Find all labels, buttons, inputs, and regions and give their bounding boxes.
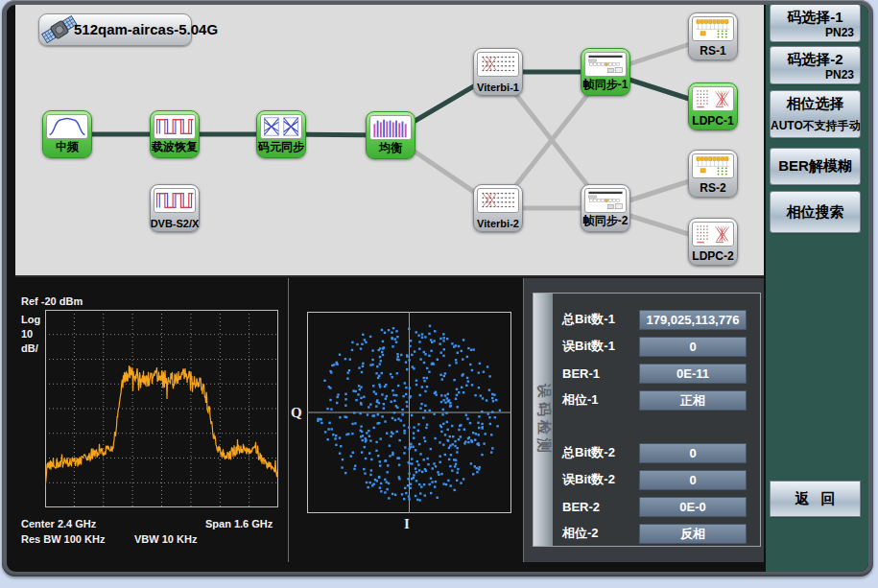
ber-row-8: 相位-2反相 <box>562 523 747 544</box>
ber-row-value: 0 <box>639 470 747 490</box>
bandpass-icon <box>46 114 88 139</box>
ber-row-5: 总Bit数-20 <box>562 442 747 463</box>
vbw-label: VBW 10 KHz <box>134 533 197 545</box>
satellite-icon <box>41 12 78 48</box>
node-viterbi-2[interactable]: Viterbi-2 <box>473 184 523 232</box>
ber-row-value: 0 <box>639 337 747 357</box>
span-label: Span 1.6 GHz <box>205 518 273 529</box>
ber-row-label: 误Bit数-1 <box>562 338 615 355</box>
squarewave-icon <box>154 114 196 139</box>
node-label-ldpc-1: LDPC-1 <box>681 114 745 128</box>
node-symbol-sync[interactable]: 码元同步 <box>256 110 306 158</box>
sidebar-button-sublabel: PN23 <box>825 68 854 82</box>
node-label-frame-sync-1: 帧同步-1 <box>574 77 637 93</box>
ber-row-value: 179,025,113,776 <box>639 310 747 330</box>
spectrum-plot <box>45 310 278 507</box>
frame-sync-icon <box>584 52 627 77</box>
sidebar-button-label: BER解模糊 <box>778 157 852 176</box>
node-label-frame-sync-2: 帧同步-2 <box>574 213 637 229</box>
sidebar-button-label: 码选择-1 <box>771 9 860 27</box>
sidebar-button-code-select-1[interactable]: 码选择-1PN23 <box>771 5 860 41</box>
frame-sync-icon <box>584 188 627 213</box>
trellis-icon <box>477 188 519 213</box>
ber-row-label: 总Bit数-1 <box>562 311 615 328</box>
ber-row-value: 0 <box>639 443 747 463</box>
ref-level-label: Ref -20 dBm <box>21 295 83 307</box>
ber-row-2: 误Bit数-10 <box>562 336 747 357</box>
ber-row-label: 总Bit数-2 <box>562 444 615 461</box>
scale-10-label: 10 <box>21 328 33 340</box>
rs-icon <box>692 16 734 41</box>
ber-row-value: 正相 <box>639 390 747 411</box>
eye-diagram-icon <box>260 114 302 139</box>
panel-divider <box>288 278 289 562</box>
back-button[interactable]: 返回 <box>771 482 860 516</box>
app-content: 中频载波恢复码元同步均衡DVB-S2/XViterbi-1帧同步-1Viterb… <box>7 5 868 572</box>
ber-row-value: 0E-0 <box>639 497 747 517</box>
node-if[interactable]: 中频 <box>42 110 92 158</box>
error-detection-area: 误码检测 总Bit数-1179,025,113,776误Bit数-10BER-1… <box>523 278 764 562</box>
node-label-viterbi-2: Viterbi-2 <box>466 218 530 229</box>
q-axis-label: Q <box>291 405 302 421</box>
equalizer-bars-icon <box>369 115 412 140</box>
ber-row-label: 误Bit数-2 <box>562 471 615 488</box>
signal-title-label: 512qam-aircas-5.04G <box>74 21 218 37</box>
node-carrier-recovery[interactable]: 载波恢复 <box>150 110 200 158</box>
sidebar-button-sublabel: PN23 <box>825 26 854 39</box>
sidebar-button-code-select-2[interactable]: 码选择-2PN23 <box>771 47 860 83</box>
sidebar-button-label: 相位搜索 <box>787 203 844 222</box>
squarewave-icon <box>154 188 196 213</box>
scale-log-label: Log <box>21 314 40 325</box>
ber-row-3: BER-10E-11 <box>562 363 747 384</box>
error-panel-title-strip: 误码检测 <box>534 294 553 546</box>
ber-row-value: 0E-11 <box>639 364 747 384</box>
node-label-if: 中频 <box>36 139 99 155</box>
sidebar-button-phase-search[interactable]: 相位搜索 <box>771 192 860 232</box>
ber-row-label: 相位-1 <box>562 391 599 409</box>
node-rs-2[interactable]: RS-2 <box>688 150 738 198</box>
constellation-plot <box>307 312 511 513</box>
node-ldpc-1[interactable]: LDPC-1 <box>688 82 738 130</box>
trellis-icon <box>477 52 519 77</box>
ber-row-label: BER-1 <box>562 366 600 381</box>
node-label-rs-2: RS-2 <box>681 181 745 195</box>
node-rs-1[interactable]: RS-1 <box>688 12 738 60</box>
i-axis-label: I <box>404 516 410 532</box>
node-label-rs-1: RS-1 <box>681 44 745 58</box>
ber-row-value: 反相 <box>639 524 747 544</box>
ber-row-6: 误Bit数-20 <box>562 469 747 490</box>
node-dvb-s2x[interactable]: DVB-S2/X <box>150 184 200 232</box>
sidebar-button-label: 相位选择 <box>771 95 860 113</box>
ber-row-4: 相位-1正相 <box>562 389 747 411</box>
error-panel-title: 误码检测 <box>534 384 553 457</box>
node-label-carrier-recovery: 载波恢复 <box>143 139 206 155</box>
node-label-dvb-s2x: DVB-S2/X <box>143 218 206 229</box>
rbw-label: Res BW 100 KHz <box>21 533 105 545</box>
app-window: 中频载波恢复码元同步均衡DVB-S2/XViterbi-1帧同步-1Viterb… <box>2 0 873 576</box>
scale-db-label: dB/ <box>21 342 38 354</box>
center-freq-label: Center 2.4 GHz <box>21 518 96 529</box>
sidebar-button-sublabel: AUTO不支持手动 <box>771 118 860 134</box>
sidebar-button-phase-select[interactable]: 相位选择AUTO不支持手动 <box>771 91 860 137</box>
node-label-ldpc-2: LDPC-2 <box>681 249 745 263</box>
node-frame-sync-2[interactable]: 帧同步-2 <box>581 184 630 232</box>
signal-title-button[interactable]: 512qam-aircas-5.04G <box>38 13 192 46</box>
node-label-viterbi-1: Viterbi-1 <box>466 82 530 93</box>
ber-row-7: BER-20E-0 <box>562 496 747 517</box>
ber-row-label: BER-2 <box>562 500 600 514</box>
node-frame-sync-1[interactable]: 帧同步-1 <box>581 48 630 96</box>
node-ldpc-2[interactable]: LDPC-2 <box>688 218 738 266</box>
ldpc-icon <box>692 86 734 111</box>
block-diagram-panel: 中频载波恢复码元同步均衡DVB-S2/XViterbi-1帧同步-1Viterb… <box>15 5 764 277</box>
error-detection-panel: 误码检测 总Bit数-1179,025,113,776误Bit数-10BER-1… <box>533 293 761 547</box>
ber-row-label: 相位-2 <box>562 525 599 542</box>
sidebar-button-ber-deambiguity[interactable]: BER解模糊 <box>771 149 860 184</box>
node-equalizer[interactable]: 均衡 <box>366 111 415 159</box>
node-label-symbol-sync: 码元同步 <box>249 139 313 155</box>
node-viterbi-1[interactable]: Viterbi-1 <box>473 48 523 96</box>
sidebar: 码选择-1PN23码选择-2PN23相位选择AUTO不支持手动BER解模糊相位搜… <box>766 5 868 572</box>
ber-row-1: 总Bit数-1179,025,113,776 <box>562 309 747 330</box>
ldpc-icon <box>692 222 734 247</box>
node-label-equalizer: 均衡 <box>359 140 422 156</box>
rs-icon <box>692 153 734 178</box>
